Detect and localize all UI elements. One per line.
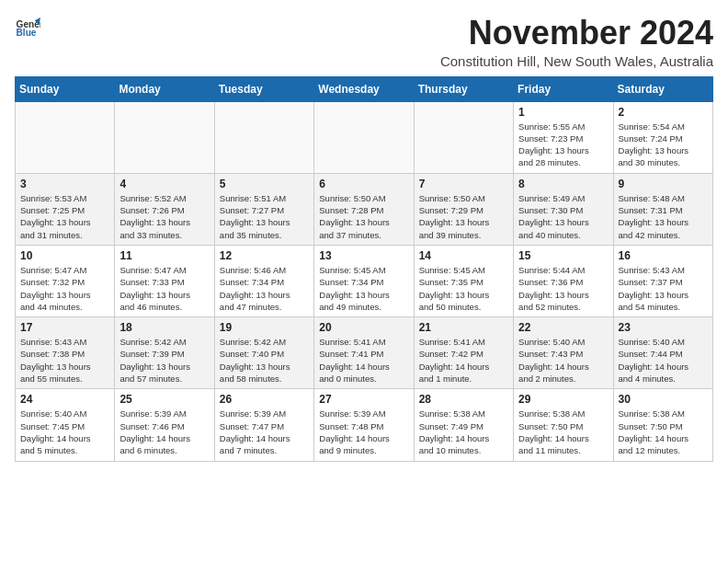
calendar-cell: 28Sunrise: 5:38 AM Sunset: 7:49 PM Dayli… [414, 389, 513, 461]
calendar-body: 1Sunrise: 5:55 AM Sunset: 7:23 PM Daylig… [16, 101, 713, 461]
calendar-cell: 14Sunrise: 5:45 AM Sunset: 7:35 PM Dayli… [414, 245, 513, 316]
svg-text:Blue: Blue [17, 28, 37, 38]
calendar-cell: 1Sunrise: 5:55 AM Sunset: 7:23 PM Daylig… [514, 101, 613, 173]
day-info: Sunrise: 5:54 AM Sunset: 7:24 PM Dayligh… [619, 121, 708, 169]
calendar-week-1: 1Sunrise: 5:55 AM Sunset: 7:23 PM Daylig… [16, 101, 713, 173]
calendar-cell: 15Sunrise: 5:44 AM Sunset: 7:36 PM Dayli… [514, 245, 613, 316]
weekday-header-monday: Monday [115, 76, 214, 101]
calendar-cell: 10Sunrise: 5:47 AM Sunset: 7:32 PM Dayli… [16, 245, 115, 316]
day-info: Sunrise: 5:41 AM Sunset: 7:42 PM Dayligh… [419, 336, 508, 385]
calendar-cell: 9Sunrise: 5:48 AM Sunset: 7:31 PM Daylig… [613, 173, 712, 245]
day-info: Sunrise: 5:44 AM Sunset: 7:36 PM Dayligh… [518, 264, 608, 313]
logo-icon: General Blue [15, 15, 40, 40]
calendar-cell: 12Sunrise: 5:46 AM Sunset: 7:34 PM Dayli… [214, 245, 313, 316]
day-number: 3 [20, 178, 109, 190]
calendar-cell: 25Sunrise: 5:39 AM Sunset: 7:46 PM Dayli… [115, 389, 214, 461]
calendar-cell: 24Sunrise: 5:40 AM Sunset: 7:45 PM Dayli… [16, 389, 115, 461]
day-info: Sunrise: 5:47 AM Sunset: 7:32 PM Dayligh… [20, 264, 109, 313]
calendar-cell: 21Sunrise: 5:41 AM Sunset: 7:42 PM Dayli… [414, 317, 513, 389]
calendar-cell: 5Sunrise: 5:51 AM Sunset: 7:27 PM Daylig… [214, 173, 313, 245]
day-number: 18 [119, 321, 209, 334]
title-area: November 2024 Constitution Hill, New Sou… [440, 15, 713, 69]
header: General Blue November 2024 Constitution … [15, 15, 713, 69]
day-info: Sunrise: 5:40 AM Sunset: 7:44 PM Dayligh… [619, 336, 708, 385]
day-number: 7 [419, 178, 508, 190]
calendar-cell: 29Sunrise: 5:38 AM Sunset: 7:50 PM Dayli… [514, 389, 613, 461]
calendar-cell: 27Sunrise: 5:39 AM Sunset: 7:48 PM Dayli… [314, 389, 414, 461]
day-number: 16 [619, 249, 708, 262]
day-number: 22 [518, 321, 608, 334]
day-info: Sunrise: 5:53 AM Sunset: 7:25 PM Dayligh… [20, 192, 109, 241]
calendar-cell: 20Sunrise: 5:41 AM Sunset: 7:41 PM Dayli… [314, 317, 414, 389]
day-number: 25 [119, 393, 209, 406]
day-number: 20 [319, 321, 408, 334]
day-info: Sunrise: 5:43 AM Sunset: 7:38 PM Dayligh… [20, 336, 109, 385]
day-number: 28 [419, 393, 508, 406]
day-number: 11 [119, 249, 209, 262]
calendar-cell: 23Sunrise: 5:40 AM Sunset: 7:44 PM Dayli… [613, 317, 712, 389]
calendar-cell: 16Sunrise: 5:43 AM Sunset: 7:37 PM Dayli… [613, 245, 712, 316]
day-number: 30 [619, 393, 708, 406]
calendar-cell [115, 101, 214, 173]
location-subtitle: Constitution Hill, New South Wales, Aust… [440, 53, 713, 69]
calendar-week-4: 17Sunrise: 5:43 AM Sunset: 7:38 PM Dayli… [16, 317, 713, 389]
calendar-cell: 3Sunrise: 5:53 AM Sunset: 7:25 PM Daylig… [16, 173, 115, 245]
month-title: November 2024 [440, 15, 713, 52]
day-info: Sunrise: 5:42 AM Sunset: 7:39 PM Dayligh… [119, 336, 209, 385]
day-info: Sunrise: 5:52 AM Sunset: 7:26 PM Dayligh… [119, 192, 209, 241]
weekday-row: SundayMondayTuesdayWednesdayThursdayFrid… [16, 76, 713, 101]
weekday-header-sunday: Sunday [16, 76, 115, 101]
calendar-cell: 22Sunrise: 5:40 AM Sunset: 7:43 PM Dayli… [514, 317, 613, 389]
day-info: Sunrise: 5:55 AM Sunset: 7:23 PM Dayligh… [518, 121, 608, 169]
calendar-cell: 8Sunrise: 5:49 AM Sunset: 7:30 PM Daylig… [514, 173, 613, 245]
day-number: 29 [518, 393, 608, 406]
day-info: Sunrise: 5:51 AM Sunset: 7:27 PM Dayligh… [220, 192, 309, 241]
day-info: Sunrise: 5:39 AM Sunset: 7:48 PM Dayligh… [319, 408, 408, 456]
day-number: 4 [119, 178, 209, 190]
day-number: 14 [419, 249, 508, 262]
day-info: Sunrise: 5:41 AM Sunset: 7:41 PM Dayligh… [319, 336, 408, 385]
day-number: 17 [20, 321, 109, 334]
day-number: 5 [220, 178, 309, 190]
calendar-table: SundayMondayTuesdayWednesdayThursdayFrid… [15, 76, 713, 462]
calendar-header: SundayMondayTuesdayWednesdayThursdayFrid… [16, 76, 713, 101]
weekday-header-friday: Friday [514, 76, 613, 101]
calendar-cell: 4Sunrise: 5:52 AM Sunset: 7:26 PM Daylig… [115, 173, 214, 245]
day-number: 1 [518, 106, 608, 119]
day-info: Sunrise: 5:48 AM Sunset: 7:31 PM Dayligh… [619, 192, 708, 241]
day-number: 15 [518, 249, 608, 262]
day-info: Sunrise: 5:46 AM Sunset: 7:34 PM Dayligh… [220, 264, 309, 313]
weekday-header-tuesday: Tuesday [214, 76, 313, 101]
day-info: Sunrise: 5:50 AM Sunset: 7:28 PM Dayligh… [319, 192, 408, 241]
day-info: Sunrise: 5:40 AM Sunset: 7:43 PM Dayligh… [518, 336, 608, 385]
calendar-cell [414, 101, 513, 173]
day-number: 27 [319, 393, 408, 406]
day-number: 10 [20, 249, 109, 262]
day-info: Sunrise: 5:39 AM Sunset: 7:46 PM Dayligh… [119, 408, 209, 456]
day-number: 9 [619, 178, 708, 190]
calendar-cell: 11Sunrise: 5:47 AM Sunset: 7:33 PM Dayli… [115, 245, 214, 316]
calendar-cell: 7Sunrise: 5:50 AM Sunset: 7:29 PM Daylig… [414, 173, 513, 245]
day-info: Sunrise: 5:38 AM Sunset: 7:50 PM Dayligh… [619, 408, 708, 456]
weekday-header-wednesday: Wednesday [314, 76, 414, 101]
weekday-header-saturday: Saturday [613, 76, 712, 101]
day-number: 23 [619, 321, 708, 334]
calendar-week-3: 10Sunrise: 5:47 AM Sunset: 7:32 PM Dayli… [16, 245, 713, 316]
day-number: 2 [619, 106, 708, 119]
calendar-cell [314, 101, 414, 173]
day-info: Sunrise: 5:45 AM Sunset: 7:34 PM Dayligh… [319, 264, 408, 313]
day-info: Sunrise: 5:50 AM Sunset: 7:29 PM Dayligh… [419, 192, 508, 241]
day-info: Sunrise: 5:40 AM Sunset: 7:45 PM Dayligh… [20, 408, 109, 456]
day-info: Sunrise: 5:47 AM Sunset: 7:33 PM Dayligh… [119, 264, 209, 313]
logo: General Blue [15, 15, 40, 40]
day-info: Sunrise: 5:38 AM Sunset: 7:49 PM Dayligh… [419, 408, 508, 456]
calendar-cell: 18Sunrise: 5:42 AM Sunset: 7:39 PM Dayli… [115, 317, 214, 389]
calendar-cell: 26Sunrise: 5:39 AM Sunset: 7:47 PM Dayli… [214, 389, 313, 461]
day-number: 24 [20, 393, 109, 406]
day-number: 21 [419, 321, 508, 334]
calendar-cell: 13Sunrise: 5:45 AM Sunset: 7:34 PM Dayli… [314, 245, 414, 316]
day-info: Sunrise: 5:42 AM Sunset: 7:40 PM Dayligh… [220, 336, 309, 385]
calendar-cell [214, 101, 313, 173]
day-info: Sunrise: 5:39 AM Sunset: 7:47 PM Dayligh… [220, 408, 309, 456]
calendar-cell: 19Sunrise: 5:42 AM Sunset: 7:40 PM Dayli… [214, 317, 313, 389]
